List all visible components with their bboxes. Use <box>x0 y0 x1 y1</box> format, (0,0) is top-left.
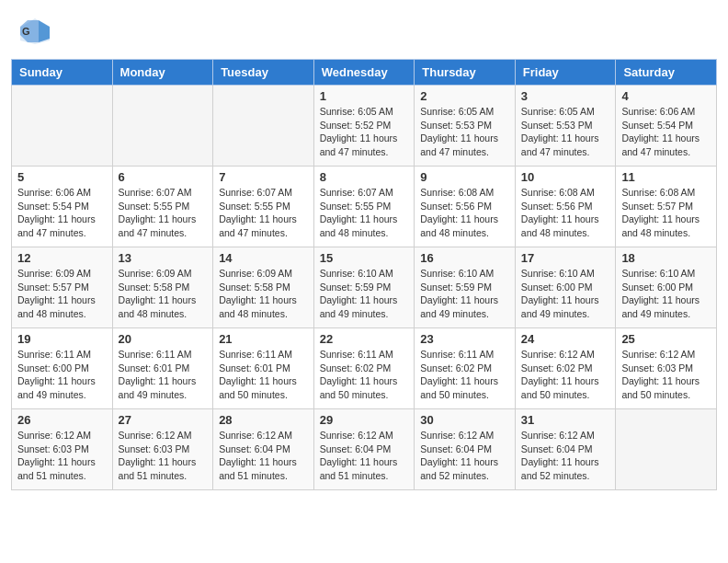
day-info: Sunrise: 6:11 AMSunset: 6:02 PMDaylight:… <box>320 348 409 402</box>
week-row-2: 5Sunrise: 6:06 AMSunset: 5:54 PMDaylight… <box>12 167 717 247</box>
day-number: 12 <box>17 251 107 265</box>
day-cell: 29Sunrise: 6:12 AMSunset: 6:04 PMDayligh… <box>313 409 415 490</box>
page-header: G <box>0 0 728 52</box>
day-info: Sunrise: 6:08 AMSunset: 5:56 PMDaylight:… <box>521 186 610 240</box>
day-number: 6 <box>119 170 208 184</box>
day-cell: 1Sunrise: 6:05 AMSunset: 5:52 PMDaylight… <box>313 86 415 167</box>
day-info: Sunrise: 6:05 AMSunset: 5:53 PMDaylight:… <box>521 105 610 159</box>
column-header-wednesday: Wednesday <box>313 60 415 86</box>
day-info: Sunrise: 6:09 AMSunset: 5:58 PMDaylight:… <box>119 267 208 321</box>
day-info: Sunrise: 6:11 AMSunset: 6:01 PMDaylight:… <box>219 348 308 402</box>
day-number: 29 <box>320 413 409 427</box>
day-cell: 10Sunrise: 6:08 AMSunset: 5:56 PMDayligh… <box>515 167 616 247</box>
day-cell: 5Sunrise: 6:06 AMSunset: 5:54 PMDaylight… <box>12 167 113 247</box>
day-number: 18 <box>621 251 711 265</box>
day-cell: 2Sunrise: 6:05 AMSunset: 5:53 PMDaylight… <box>415 86 516 167</box>
day-number: 21 <box>219 332 308 346</box>
day-cell: 20Sunrise: 6:11 AMSunset: 6:01 PMDayligh… <box>112 328 213 409</box>
day-number: 22 <box>320 332 409 346</box>
day-number: 19 <box>17 332 107 346</box>
day-number: 31 <box>521 413 610 427</box>
day-cell: 24Sunrise: 6:12 AMSunset: 6:02 PMDayligh… <box>515 328 616 409</box>
day-info: Sunrise: 6:10 AMSunset: 6:00 PMDaylight:… <box>521 267 610 321</box>
day-cell: 8Sunrise: 6:07 AMSunset: 5:55 PMDaylight… <box>313 167 415 247</box>
day-info: Sunrise: 6:09 AMSunset: 5:57 PMDaylight:… <box>17 267 107 321</box>
day-info: Sunrise: 6:12 AMSunset: 6:03 PMDaylight:… <box>17 429 107 483</box>
header-row: SundayMondayTuesdayWednesdayThursdayFrid… <box>12 60 717 86</box>
day-info: Sunrise: 6:06 AMSunset: 5:54 PMDaylight:… <box>17 186 107 240</box>
column-header-sunday: Sunday <box>12 60 113 86</box>
day-number: 26 <box>17 413 107 427</box>
column-header-tuesday: Tuesday <box>213 60 314 86</box>
day-number: 3 <box>521 89 610 103</box>
day-info: Sunrise: 6:10 AMSunset: 5:59 PMDaylight:… <box>420 267 509 321</box>
column-header-friday: Friday <box>515 60 616 86</box>
day-cell: 19Sunrise: 6:11 AMSunset: 6:00 PMDayligh… <box>12 328 113 409</box>
day-number: 4 <box>621 89 711 103</box>
day-info: Sunrise: 6:12 AMSunset: 6:03 PMDaylight:… <box>621 348 711 402</box>
day-info: Sunrise: 6:07 AMSunset: 5:55 PMDaylight:… <box>119 186 208 240</box>
day-cell <box>12 86 113 167</box>
day-cell: 12Sunrise: 6:09 AMSunset: 5:57 PMDayligh… <box>12 247 113 328</box>
day-number: 13 <box>119 251 208 265</box>
day-info: Sunrise: 6:10 AMSunset: 5:59 PMDaylight:… <box>320 267 409 321</box>
day-number: 11 <box>621 170 711 184</box>
day-number: 27 <box>119 413 208 427</box>
day-cell: 14Sunrise: 6:09 AMSunset: 5:58 PMDayligh… <box>213 247 314 328</box>
day-number: 2 <box>420 89 509 103</box>
day-info: Sunrise: 6:08 AMSunset: 5:56 PMDaylight:… <box>420 186 509 240</box>
day-number: 15 <box>320 251 409 265</box>
day-info: Sunrise: 6:12 AMSunset: 6:03 PMDaylight:… <box>119 429 208 483</box>
logo: G <box>18 15 55 48</box>
day-cell: 13Sunrise: 6:09 AMSunset: 5:58 PMDayligh… <box>112 247 213 328</box>
day-cell: 30Sunrise: 6:12 AMSunset: 6:04 PMDayligh… <box>415 409 516 490</box>
calendar-header: SundayMondayTuesdayWednesdayThursdayFrid… <box>12 60 717 86</box>
day-info: Sunrise: 6:11 AMSunset: 6:00 PMDaylight:… <box>17 348 107 402</box>
svg-text:G: G <box>22 26 30 37</box>
day-info: Sunrise: 6:12 AMSunset: 6:02 PMDaylight:… <box>521 348 610 402</box>
column-header-thursday: Thursday <box>415 60 516 86</box>
week-row-1: 1Sunrise: 6:05 AMSunset: 5:52 PMDaylight… <box>12 86 717 167</box>
day-number: 24 <box>521 332 610 346</box>
day-cell: 25Sunrise: 6:12 AMSunset: 6:03 PMDayligh… <box>616 328 717 409</box>
day-info: Sunrise: 6:12 AMSunset: 6:04 PMDaylight:… <box>420 429 509 483</box>
day-info: Sunrise: 6:07 AMSunset: 5:55 PMDaylight:… <box>320 186 409 240</box>
day-number: 25 <box>621 332 711 346</box>
day-number: 17 <box>521 251 610 265</box>
day-info: Sunrise: 6:10 AMSunset: 6:00 PMDaylight:… <box>621 267 711 321</box>
week-row-5: 26Sunrise: 6:12 AMSunset: 6:03 PMDayligh… <box>12 409 717 490</box>
calendar-container: SundayMondayTuesdayWednesdayThursdayFrid… <box>0 59 728 501</box>
day-number: 10 <box>521 170 610 184</box>
day-number: 23 <box>420 332 509 346</box>
day-number: 20 <box>119 332 208 346</box>
day-cell: 15Sunrise: 6:10 AMSunset: 5:59 PMDayligh… <box>313 247 415 328</box>
column-header-saturday: Saturday <box>616 60 717 86</box>
day-cell <box>616 409 717 490</box>
day-cell <box>213 86 314 167</box>
day-info: Sunrise: 6:07 AMSunset: 5:55 PMDaylight:… <box>219 186 308 240</box>
day-number: 8 <box>320 170 409 184</box>
day-cell: 31Sunrise: 6:12 AMSunset: 6:04 PMDayligh… <box>515 409 616 490</box>
day-cell: 27Sunrise: 6:12 AMSunset: 6:03 PMDayligh… <box>112 409 213 490</box>
day-cell: 11Sunrise: 6:08 AMSunset: 5:57 PMDayligh… <box>616 167 717 247</box>
day-cell: 21Sunrise: 6:11 AMSunset: 6:01 PMDayligh… <box>213 328 314 409</box>
day-cell: 9Sunrise: 6:08 AMSunset: 5:56 PMDaylight… <box>415 167 516 247</box>
week-row-3: 12Sunrise: 6:09 AMSunset: 5:57 PMDayligh… <box>12 247 717 328</box>
day-info: Sunrise: 6:11 AMSunset: 6:01 PMDaylight:… <box>119 348 208 402</box>
day-cell: 17Sunrise: 6:10 AMSunset: 6:00 PMDayligh… <box>515 247 616 328</box>
day-number: 30 <box>420 413 509 427</box>
week-row-4: 19Sunrise: 6:11 AMSunset: 6:00 PMDayligh… <box>12 328 717 409</box>
day-info: Sunrise: 6:08 AMSunset: 5:57 PMDaylight:… <box>621 186 711 240</box>
day-number: 7 <box>219 170 308 184</box>
calendar-body: 1Sunrise: 6:05 AMSunset: 5:52 PMDaylight… <box>12 86 717 490</box>
day-info: Sunrise: 6:12 AMSunset: 6:04 PMDaylight:… <box>521 429 610 483</box>
day-info: Sunrise: 6:09 AMSunset: 5:58 PMDaylight:… <box>219 267 308 321</box>
day-info: Sunrise: 6:12 AMSunset: 6:04 PMDaylight:… <box>219 429 308 483</box>
day-info: Sunrise: 6:11 AMSunset: 6:02 PMDaylight:… <box>420 348 509 402</box>
day-cell: 7Sunrise: 6:07 AMSunset: 5:55 PMDaylight… <box>213 167 314 247</box>
day-cell <box>112 86 213 167</box>
day-cell: 16Sunrise: 6:10 AMSunset: 5:59 PMDayligh… <box>415 247 516 328</box>
logo-icon: G <box>18 15 51 48</box>
day-cell: 4Sunrise: 6:06 AMSunset: 5:54 PMDaylight… <box>616 86 717 167</box>
day-number: 16 <box>420 251 509 265</box>
